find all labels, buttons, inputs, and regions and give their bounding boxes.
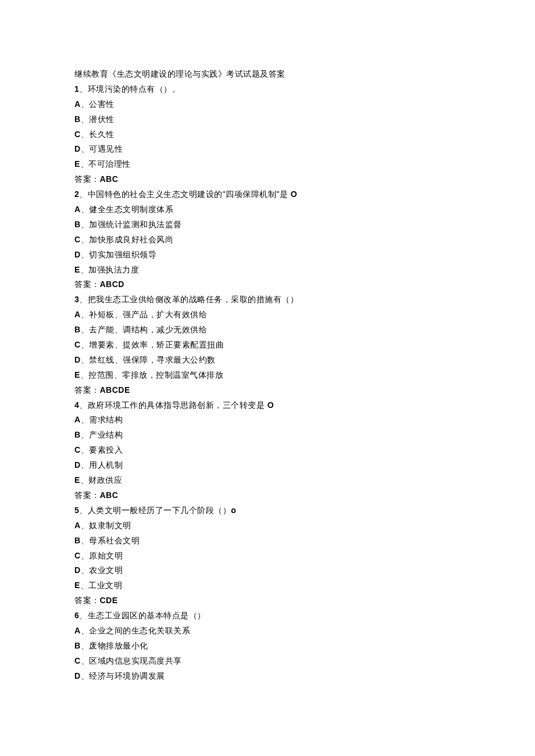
answer-label: 答案： [74,174,100,184]
option-line: C、原始文明 [74,549,461,564]
option-line: C、要素投入 [74,443,461,458]
option-text: 、需求结构 [81,415,123,424]
question-body: 、政府环境工作的具体指导思路创新，三个转变是 [79,400,267,410]
option-text: 、公害性 [81,99,115,109]
document-title: 继续教育《生态文明建设的理论与实践》考试试题及答案 [74,67,461,82]
answer-label: 答案： [74,385,100,395]
option-letter: E [74,475,80,485]
question-body: 、人类文明一般经历了一下几个阶段（） [79,506,231,515]
question-suffix: O [268,400,274,410]
option-letter: E [74,581,80,590]
option-line: A、需求结构 [74,413,461,428]
option-letter: C [74,340,81,349]
option-text: 、加强统计监测和执法监督 [81,220,182,229]
option-letter: B [74,220,81,229]
option-line: C、区域内信息实现高度共享 [74,654,461,669]
option-letter: D [74,565,81,575]
option-text: 、用人机制 [81,460,123,470]
option-letter: B [74,430,81,439]
question-suffix: o [231,506,236,515]
question-body: 、中国特色的社会主义生态文明建设的"四项保障机制"是 [79,189,290,199]
option-letter: D [74,460,81,470]
option-letter: C [74,551,81,560]
option-text: 、加快形成良好社会风尚 [81,235,174,244]
option-letter: C [74,235,81,244]
option-text: 、企业之间的生态化关联关系 [81,626,191,635]
question-text: 4、政府环境工作的具体指导思路创新，三个转变是 O [74,398,461,413]
question-suffix: O [291,189,297,199]
questions-container: 1、环境污染的特点有（）。A、公害性B、潜伏性C、长久性D、可遇见性E、不可治理… [74,82,461,684]
option-text: 、财政供应 [80,475,123,485]
answer-label: 答案： [74,490,100,500]
option-text: 、母系社会文明 [81,536,140,545]
answer-label: 答案： [74,280,100,289]
answer-line: 答案：ABCDE [74,383,461,398]
option-line: E、财政供应 [74,473,461,488]
option-letter: D [74,144,81,153]
option-text: 、加强执法力度 [80,265,140,274]
question-text: 5、人类文明一般经历了一下几个阶段（）o [74,503,461,518]
option-text: 、废物排放最小化 [81,641,148,650]
question-text: 2、中国特色的社会主义生态文明建设的"四项保障机制"是 O [74,187,461,202]
option-text: 、奴隶制文明 [81,521,131,530]
option-letter: D [74,250,81,259]
option-line: A、公害性 [74,97,461,112]
option-letter: C [74,656,81,665]
option-line: A、健全生态文明制度体系 [74,202,461,217]
option-letter: D [74,355,81,364]
option-text: 、区域内信息实现高度共享 [81,656,182,665]
option-text: 、增要素、提效率，矫正要素配置扭曲 [81,340,224,349]
answer-line: 答案：CDE [74,593,461,608]
option-line: C、长久性 [74,127,461,142]
option-letter: C [74,445,81,454]
option-line: B、产业结构 [74,428,461,443]
option-line: E、控范围、零排放，控制温室气体排放 [74,368,461,383]
option-line: C、增要素、提效率，矫正要素配置扭曲 [74,338,461,353]
option-letter: A [74,99,81,109]
option-line: C、加快形成良好社会风尚 [74,232,461,248]
option-line: E、工业文明 [74,578,461,593]
option-line: D、农业文明 [74,563,461,578]
answer-value: ABC [100,490,119,500]
option-text: 、原始文明 [81,551,123,560]
answer-line: 答案：ABC [74,488,461,503]
option-text: 、要素投入 [81,445,123,454]
option-line: B、加强统计监测和执法监督 [74,217,461,232]
answer-value: ABC [100,174,119,184]
option-line: D、禁红线、强保障，寻求最大公约数 [74,353,461,368]
option-text: 、潜伏性 [81,114,115,124]
option-line: D、切实加强组织领导 [74,248,461,263]
option-text: 、切实加强组织领导 [81,250,157,259]
option-line: B、去产能、调结构，减少无效供给 [74,323,461,338]
option-text: 、健全生态文明制度体系 [81,205,174,214]
option-letter: A [74,310,81,319]
question-body: 、把我生态工业供给侧改革的战略任务，采取的措施有（） [79,295,298,304]
option-letter: C [74,130,81,139]
option-line: A、奴隶制文明 [74,518,461,533]
question-body: 、生态工业园区的基本特点是（） [79,611,206,620]
option-line: B、废物排放最小化 [74,639,461,654]
option-letter: B [74,641,81,650]
question-text: 6、生态工业园区的基本特点是（） [74,608,461,624]
option-line: B、潜伏性 [74,112,461,127]
option-text: 、禁红线、强保障，寻求最大公约数 [81,355,216,364]
option-letter: A [74,626,81,635]
option-line: D、经济与环境协调发展 [74,669,461,684]
option-text: 、工业文明 [80,581,123,590]
option-line: D、用人机制 [74,458,461,473]
answer-value: ABCD [100,280,124,289]
answer-line: 答案：ABC [74,172,461,187]
option-letter: E [74,159,80,169]
option-text: 、产业结构 [81,430,123,439]
option-line: A、企业之间的生态化关联关系 [74,624,461,639]
option-letter: E [74,370,80,379]
option-text: 、补短板、强产品，扩大有效供给 [81,310,208,319]
answer-value: CDE [100,596,118,605]
option-letter: A [74,205,81,214]
question-text: 1、环境污染的特点有（）。 [74,82,461,97]
option-letter: B [74,536,81,545]
option-letter: E [74,265,80,274]
question-body: 、环境污染的特点有（）。 [79,84,180,94]
option-text: 、去产能、调结构，减少无效供给 [81,325,208,334]
option-text: 、不可治理性 [80,159,131,169]
